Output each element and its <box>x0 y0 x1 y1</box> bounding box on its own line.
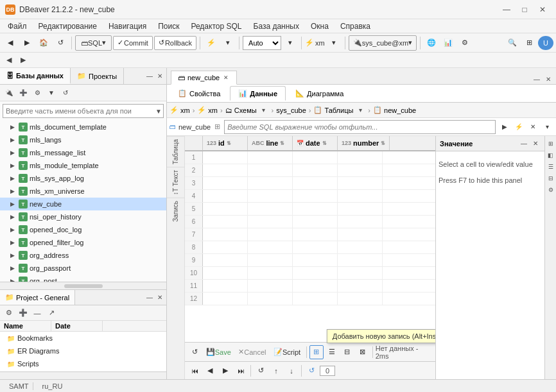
home-button[interactable]: 🏠 <box>36 35 51 51</box>
cell-number[interactable] <box>338 267 383 279</box>
project-minimize-button[interactable]: — <box>144 293 155 303</box>
path-schemas[interactable]: 🗂 Схемы ▾ <box>225 105 269 115</box>
table-row[interactable]: 2 <box>185 164 435 177</box>
project-nav-btn[interactable]: ↗ <box>45 307 58 320</box>
project-settings-btn[interactable]: ⚙ <box>3 307 15 320</box>
cell-date[interactable] <box>293 267 338 279</box>
cell-number[interactable] <box>338 254 383 266</box>
sql-run-button[interactable]: ▶ <box>498 121 511 133</box>
panels-1[interactable]: ⊞ <box>546 139 556 149</box>
cell-date[interactable] <box>293 177 338 189</box>
nav-first-button[interactable]: ⏮ <box>187 364 202 378</box>
cell-number[interactable] <box>338 190 383 202</box>
script-button[interactable]: 📝 Script <box>270 345 304 359</box>
table-label[interactable]: Таблица <box>167 136 184 167</box>
schemas-dropdown[interactable]: ▾ <box>259 105 269 115</box>
cell-line[interactable] <box>248 164 293 176</box>
cell-id[interactable] <box>203 280 248 292</box>
back-button[interactable]: ◀ <box>3 35 18 51</box>
panels-2[interactable]: ◧ <box>546 150 556 160</box>
cell-line[interactable] <box>248 228 293 241</box>
cell-line[interactable] <box>248 216 293 228</box>
db-settings-button[interactable]: ⚙ <box>31 87 44 99</box>
table-row[interactable]: 9 <box>185 254 435 267</box>
table-row[interactable]: 7 <box>185 228 435 241</box>
menu-database[interactable]: База данных <box>248 21 304 32</box>
tree-item-mls-xm-universe[interactable]: ▶ T mls_xm_universe <box>0 185 166 198</box>
tree-item-org-post[interactable]: ▶ T org_post <box>0 275 166 282</box>
nav-last-button[interactable]: ⏭ <box>234 364 248 378</box>
cell-date[interactable] <box>293 216 338 228</box>
menu-file[interactable]: Файл <box>3 21 32 32</box>
menu-edit[interactable]: Редактирование <box>33 21 102 32</box>
column-view-button[interactable]: ⊟ <box>340 345 354 359</box>
nav-refresh-data-button[interactable]: ↺ <box>304 364 318 378</box>
user-avatar[interactable]: U <box>538 36 553 50</box>
cell-line[interactable] <box>248 267 293 279</box>
panels-5[interactable]: ⚙ <box>546 185 556 195</box>
cell-date[interactable] <box>293 228 338 241</box>
tree-item-nsi-oper-history[interactable]: ▶ T nsi_oper_history <box>0 210 166 223</box>
menu-navigate[interactable]: Навигация <box>103 21 152 32</box>
cell-number[interactable] <box>338 228 383 241</box>
refresh-button[interactable]: ↺ <box>53 35 68 51</box>
cell-line[interactable] <box>248 203 293 215</box>
sort-icon[interactable]: ⇅ <box>227 141 231 146</box>
cell-number[interactable] <box>338 177 383 189</box>
cell-id[interactable] <box>203 267 248 279</box>
col-id-header[interactable]: 123 id ⇅ <box>203 136 248 150</box>
db-new-button[interactable]: ➕ <box>17 87 30 99</box>
menu-windows[interactable]: Окна <box>306 21 334 32</box>
path-tables[interactable]: 📋 Таблицы ▾ <box>313 105 365 115</box>
panels-3[interactable]: ☰ <box>546 162 556 172</box>
cell-date[interactable] <box>293 293 338 305</box>
table-row[interactable]: 4 <box>185 190 435 203</box>
tree-item-mls-module-template[interactable]: ▶ T mls_module_template <box>0 159 166 172</box>
cell-id[interactable] <box>203 293 248 305</box>
minimize-button[interactable]: — <box>498 3 515 16</box>
cell-date[interactable] <box>293 203 338 215</box>
db-collapse-button[interactable]: ▼ <box>45 87 58 99</box>
sort-icon-date[interactable]: ⇅ <box>322 141 327 146</box>
table-row[interactable]: 11 <box>185 280 435 293</box>
tree-item-org-passport[interactable]: ▶ T org_passport <box>0 262 166 275</box>
toolbar-extra-1[interactable]: 🌐 <box>424 35 439 51</box>
db-connect-button[interactable]: 🔌 <box>3 87 15 99</box>
auto-commit-select[interactable]: Auto <box>243 36 281 50</box>
value-panel-close[interactable]: ✕ <box>530 139 541 149</box>
cell-number[interactable] <box>338 280 383 292</box>
maximize-button[interactable]: □ <box>516 3 533 16</box>
sql-filter-button[interactable]: ⚡ <box>512 121 525 133</box>
tree-item-mls-langs[interactable]: ▶ T mls_langs <box>0 133 166 146</box>
cell-id[interactable] <box>203 177 248 189</box>
cell-number[interactable] <box>338 241 383 253</box>
nav-prev-button[interactable]: ◀ <box>203 364 217 378</box>
tree-item-opened-filter-log[interactable]: ▶ T opened_filter_log <box>0 236 166 249</box>
connection-button[interactable]: 🔌 sys_cube@xm ▾ <box>349 35 417 51</box>
sort-icon-number[interactable]: ⇅ <box>381 141 385 146</box>
data-tab[interactable]: 📊 Данные <box>230 86 286 101</box>
panel-close-button[interactable]: ✕ <box>155 71 165 81</box>
cell-id[interactable] <box>203 216 248 228</box>
editor-minimize-button[interactable]: — <box>532 74 542 84</box>
tables-dropdown[interactable]: ▾ <box>355 105 365 115</box>
project-remove-btn[interactable]: — <box>31 307 44 320</box>
nav-back-button[interactable]: ◀ <box>3 54 15 67</box>
cell-id[interactable] <box>203 151 248 164</box>
cancel-button[interactable]: ✕ Cancel <box>236 345 270 359</box>
search-input[interactable] <box>6 107 148 115</box>
cell-line[interactable] <box>248 151 293 164</box>
diagram-tab[interactable]: 📐 Диаграмма <box>287 86 352 101</box>
text-label[interactable]: ↕T Текст <box>167 167 184 198</box>
col-number-header[interactable]: 123 number ⇅ <box>338 136 390 150</box>
filter-dropdown[interactable]: ▾ <box>220 35 236 51</box>
sort-icon-line[interactable]: ⇅ <box>280 141 284 146</box>
menu-search[interactable]: Поиск <box>153 21 184 32</box>
cell-id[interactable] <box>203 228 248 241</box>
panels-4[interactable]: ⊟ <box>546 173 556 183</box>
cell-date[interactable] <box>293 164 338 176</box>
navigate-back-button[interactable]: ↺ <box>187 345 202 359</box>
nav-forward-button[interactable]: ▶ <box>17 54 30 67</box>
table-row[interactable]: 8 <box>185 241 435 254</box>
cell-line[interactable] <box>248 293 293 305</box>
